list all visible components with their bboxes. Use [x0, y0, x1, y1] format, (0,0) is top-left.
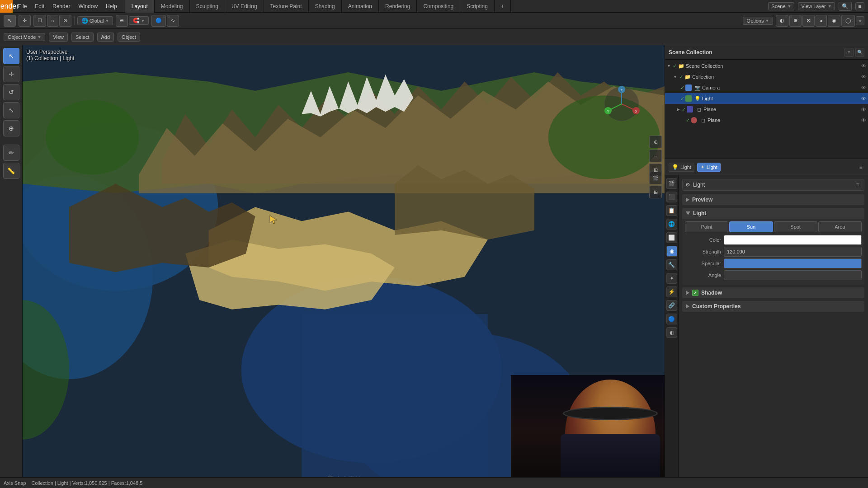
rotate-tool[interactable]: ↺: [3, 84, 19, 100]
annotate-tool[interactable]: ✏: [3, 145, 19, 161]
scene-selector[interactable]: Scene ▼: [768, 2, 794, 10]
outliner-row-plane-child[interactable]: ✓ ◻ Plane 👁: [665, 115, 868, 126]
menu-help[interactable]: Help: [102, 2, 121, 11]
object-menu-btn[interactable]: Object: [118, 33, 140, 42]
preview-section-header[interactable]: Preview: [682, 194, 864, 205]
shadow-enabled-checkbox[interactable]: ✓: [692, 290, 698, 296]
tab-add[interactable]: +: [495, 0, 511, 13]
prop-icon-object[interactable]: ◉: [666, 246, 677, 257]
solid-shading-btn[interactable]: ●: [816, 15, 827, 27]
menu-render[interactable]: Render: [49, 2, 74, 11]
snap-selector[interactable]: 🧲 ▼: [129, 16, 149, 25]
light-type-sun-btn[interactable]: Sun: [729, 221, 773, 232]
active-object-options-btn[interactable]: ≡: [854, 181, 861, 188]
tab-sculpting[interactable]: Sculpting: [190, 0, 225, 13]
shadow-section-header[interactable]: ✓ Shadow: [682, 287, 864, 298]
tab-layout[interactable]: Layout: [125, 0, 155, 13]
move-tool-btn[interactable]: ✛: [19, 15, 31, 27]
prop-icon-render[interactable]: 🎬: [666, 178, 677, 189]
light-type-area-btn[interactable]: Area: [818, 221, 862, 232]
prop-icon-material[interactable]: ◐: [666, 327, 677, 338]
menu-edit[interactable]: Edit: [31, 2, 48, 11]
prop-icon-data[interactable]: 🔵: [666, 314, 677, 324]
select-menu-btn[interactable]: Select: [71, 33, 94, 42]
viewport-area[interactable]: User Perspective (1) Collection | Light …: [23, 45, 665, 488]
prop-icon-output[interactable]: ⬛: [666, 192, 677, 202]
camera-visibility-icon[interactable]: 👁: [861, 85, 866, 90]
light-type-point-btn[interactable]: Point: [685, 221, 728, 232]
options-btn[interactable]: Options ▼: [743, 17, 774, 25]
object-mode-selector[interactable]: Object Mode ▼: [4, 33, 45, 41]
prop-header-menu-icon[interactable]: ≡: [857, 164, 864, 171]
outliner-row-scene-collection[interactable]: ▼ ✓ 📁 Scene Collection 👁: [665, 61, 868, 71]
viewport-grid-btn[interactable]: ⊞: [649, 186, 662, 198]
x-ray-btn[interactable]: ⊠: [802, 15, 815, 27]
prop-icon-physics[interactable]: ⚡: [666, 286, 677, 297]
outliner-row-collection[interactable]: ▼ ✓ 📁 Collection 👁: [665, 71, 868, 82]
prop-icon-modifier[interactable]: 🔧: [666, 259, 677, 270]
lasso-select-btn[interactable]: ⊘: [59, 15, 71, 27]
prop-header-right-btn[interactable]: ✦ Light: [697, 163, 721, 172]
collection-visibility-icon[interactable]: 👁: [861, 74, 866, 80]
filter-btn[interactable]: ≡: [855, 2, 864, 10]
prop-falloff-btn[interactable]: ∿: [167, 15, 179, 27]
angle-value[interactable]: [724, 270, 862, 280]
menu-file[interactable]: File: [14, 2, 30, 11]
prop-icon-scene[interactable]: 🌐: [666, 219, 677, 230]
scale-tool[interactable]: ⤡: [3, 102, 19, 118]
material-shading-btn[interactable]: ◉: [828, 15, 840, 27]
outliner-filter-btn[interactable]: ≡: [844, 48, 854, 57]
prop-icon-world[interactable]: ⬜: [666, 232, 677, 243]
strength-value[interactable]: 120.000: [724, 247, 862, 257]
app-logo[interactable]: Blender: [0, 0, 13, 13]
box-select-btn[interactable]: ☐: [33, 15, 46, 27]
specular-value[interactable]: [724, 258, 862, 268]
pivot-btn[interactable]: ⊕: [116, 15, 128, 27]
camera-view-btn[interactable]: 🎬: [649, 172, 662, 184]
tab-rendering[interactable]: Rendering: [379, 0, 417, 13]
plane-child-visibility-icon[interactable]: 👁: [861, 117, 866, 123]
light-section-header[interactable]: Light: [682, 208, 864, 219]
move-tool[interactable]: ✛: [3, 66, 19, 82]
transform-space-selector[interactable]: 🌐 Global ▼: [77, 16, 113, 25]
plane-parent-visibility-icon[interactable]: 👁: [861, 107, 866, 112]
viewport-axis-gizmo[interactable]: Z X Y: [604, 86, 640, 122]
prop-icon-view-layer[interactable]: 📋: [666, 205, 677, 216]
viewport-tool-2[interactable]: −: [649, 150, 662, 162]
light-visibility-icon[interactable]: 👁: [861, 96, 866, 101]
tab-uv-editing[interactable]: UV Editing: [225, 0, 264, 13]
prop-header-left-btn[interactable]: 💡 Light: [669, 163, 694, 172]
tab-shading[interactable]: Shading: [309, 0, 342, 13]
viewport-tool-1[interactable]: ⊕: [649, 136, 662, 148]
select-cursor-tool[interactable]: ↖: [3, 48, 19, 64]
add-menu-btn[interactable]: Add: [97, 33, 114, 42]
viewport-shading-btn[interactable]: ◐: [776, 15, 788, 27]
transform-tool[interactable]: ⊕: [3, 120, 19, 136]
prop-icon-particles[interactable]: ✦: [666, 273, 677, 284]
outliner-row-camera[interactable]: ✓ 📷 Camera 👁: [665, 82, 868, 93]
menu-window[interactable]: Window: [75, 2, 101, 11]
measure-tool[interactable]: 📏: [3, 163, 19, 179]
rendered-shading-btn[interactable]: ◯: [841, 15, 855, 27]
tab-compositing[interactable]: Compositing: [417, 0, 460, 13]
outliner-row-light[interactable]: ✓ 💡 Light 👁: [665, 93, 868, 104]
prop-icon-constraints[interactable]: 🔗: [666, 300, 677, 311]
tab-animation[interactable]: Animation: [342, 0, 379, 13]
circle-select-btn[interactable]: ○: [47, 15, 58, 27]
light-type-spot-btn[interactable]: Spot: [774, 221, 817, 232]
search-btn[interactable]: 🔍: [839, 2, 852, 11]
custom-props-section-header[interactable]: Custom Properties: [682, 301, 864, 312]
outliner-search-btn[interactable]: 🔍: [855, 48, 864, 57]
tab-modeling[interactable]: Modeling: [155, 0, 190, 13]
color-value[interactable]: [724, 235, 862, 245]
select-tool-btn[interactable]: ↖: [4, 15, 16, 27]
view-menu-btn[interactable]: View: [49, 33, 68, 42]
outliner-row-plane-parent[interactable]: ▶ ✓ ◻ Plane 👁: [665, 104, 868, 115]
tab-scripting[interactable]: Scripting: [460, 0, 495, 13]
view-layer-selector[interactable]: View Layer ▼: [798, 2, 835, 10]
tab-texture-paint[interactable]: Texture Paint: [264, 0, 309, 13]
proportional-edit-btn[interactable]: 🔵: [151, 15, 166, 27]
viewport-overlay-btn[interactable]: ⊕: [789, 15, 802, 27]
scene-collection-visibility-icon[interactable]: 👁: [861, 63, 866, 69]
shading-options-btn[interactable]: ▼: [856, 16, 864, 25]
